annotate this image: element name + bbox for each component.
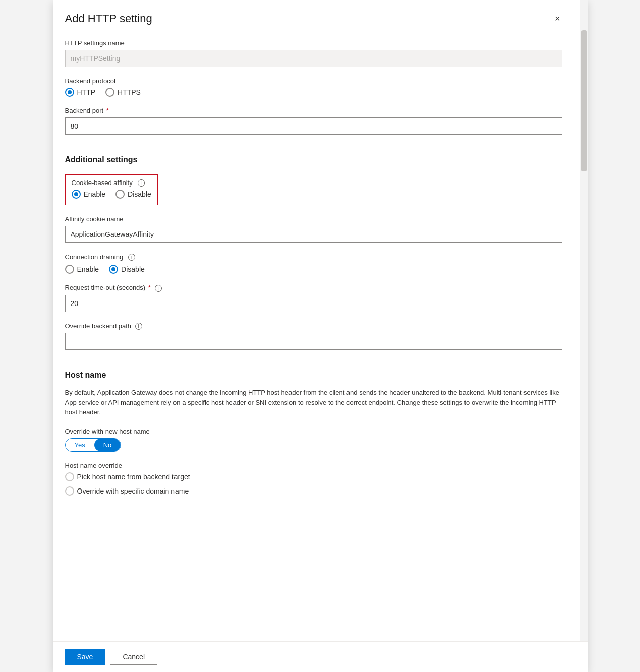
hostname-override-radio-group: Pick host name from backend target Overr…: [65, 472, 562, 496]
request-timeout-label: Request time-out (seconds) * i: [65, 284, 562, 292]
dialog-footer: Save Cancel: [53, 641, 588, 672]
connection-draining-label-row: Connection draining i: [65, 253, 562, 261]
affinity-enable-text: Enable: [84, 190, 106, 198]
pick-hostname-radio[interactable]: [65, 472, 74, 481]
backend-port-group: Backend port *: [65, 107, 562, 135]
override-domain-label[interactable]: Override with specific domain name: [65, 486, 189, 496]
close-button[interactable]: ×: [553, 12, 562, 25]
request-timeout-input[interactable]: [65, 295, 562, 312]
request-timeout-group: Request time-out (seconds) * i: [65, 284, 562, 312]
additional-settings-title: Additional settings: [65, 155, 562, 164]
backend-port-required: *: [106, 107, 109, 114]
hostname-override-label: Host name override: [65, 462, 562, 469]
connection-draining-label: Connection draining: [65, 253, 124, 261]
save-button[interactable]: Save: [65, 649, 105, 665]
connection-draining-group: Connection draining i Enable Disable: [65, 253, 562, 274]
draining-disable-label[interactable]: Disable: [109, 265, 145, 274]
request-timeout-required: *: [148, 284, 151, 291]
protocol-https-text: HTTPS: [118, 88, 141, 96]
add-http-setting-dialog: Add HTTP setting × HTTP settings name Ba…: [53, 0, 588, 672]
hostname-override-group: Host name override Pick host name from b…: [65, 462, 562, 496]
backend-protocol-group: Backend protocol HTTP HTTPS: [65, 77, 562, 97]
backend-port-input[interactable]: [65, 117, 562, 135]
draining-disable-radio[interactable]: [109, 265, 118, 274]
divider-2: [65, 360, 562, 360]
override-backend-path-input[interactable]: [65, 333, 562, 350]
scrollbar-thumb[interactable]: [581, 30, 587, 171]
host-name-section-title: Host name: [65, 371, 562, 380]
affinity-disable-label[interactable]: Disable: [115, 190, 151, 199]
draining-enable-radio[interactable]: [65, 265, 74, 274]
protocol-http-radio[interactable]: [65, 88, 74, 97]
protocol-https-radio[interactable]: [105, 88, 114, 97]
request-timeout-info-icon: i: [155, 285, 162, 292]
protocol-https-label[interactable]: HTTPS: [105, 88, 141, 97]
protocol-http-text: HTTP: [77, 88, 96, 96]
override-domain-radio[interactable]: [65, 486, 74, 496]
toggle-no-button[interactable]: No: [94, 439, 121, 451]
dialog-header: Add HTTP setting ×: [65, 12, 562, 25]
backend-protocol-radio-group: HTTP HTTPS: [65, 88, 562, 97]
override-new-hostname-label: Override with new host name: [65, 427, 562, 435]
cookie-affinity-label: Cookie-based affinity: [72, 179, 133, 187]
override-backend-path-info-icon: i: [135, 323, 142, 330]
http-settings-name-group: HTTP settings name: [65, 39, 562, 67]
cookie-affinity-info-icon: i: [138, 179, 145, 187]
http-settings-name-label: HTTP settings name: [65, 39, 562, 47]
protocol-http-label[interactable]: HTTP: [65, 88, 96, 97]
affinity-cookie-name-input[interactable]: [65, 226, 562, 243]
override-new-hostname-group: Override with new host name Yes No: [65, 427, 562, 452]
dialog-title: Add HTTP setting: [65, 12, 152, 25]
toggle-yes-button[interactable]: Yes: [66, 439, 94, 451]
host-name-group: Host name By default, Application Gatewa…: [65, 371, 562, 496]
backend-protocol-label: Backend protocol: [65, 77, 562, 85]
override-domain-text: Override with specific domain name: [77, 487, 189, 495]
pick-hostname-label[interactable]: Pick host name from backend target: [65, 472, 190, 481]
affinity-disable-radio[interactable]: [115, 190, 125, 199]
override-hostname-toggle[interactable]: Yes No: [65, 438, 122, 452]
affinity-cookie-name-group: Affinity cookie name: [65, 215, 562, 243]
affinity-enable-label[interactable]: Enable: [72, 190, 106, 199]
cookie-affinity-label-row: Cookie-based affinity i: [72, 179, 151, 187]
override-backend-path-label: Override backend path i: [65, 322, 562, 330]
backend-port-label: Backend port *: [65, 107, 562, 114]
cancel-button[interactable]: Cancel: [110, 649, 157, 665]
affinity-cookie-name-label: Affinity cookie name: [65, 215, 562, 223]
affinity-disable-text: Disable: [128, 190, 151, 198]
connection-draining-radio-group: Enable Disable: [65, 265, 562, 274]
host-name-description: By default, Application Gateway does not…: [65, 388, 562, 417]
draining-enable-text: Enable: [77, 265, 99, 273]
affinity-enable-radio[interactable]: [72, 190, 81, 199]
cookie-affinity-radio-group: Enable Disable: [72, 190, 151, 199]
connection-draining-info-icon: i: [128, 254, 135, 261]
http-settings-name-input[interactable]: [65, 50, 562, 67]
pick-hostname-text: Pick host name from backend target: [77, 473, 190, 481]
draining-disable-text: Disable: [121, 265, 145, 273]
scrollbar[interactable]: [580, 0, 588, 672]
cookie-affinity-box: Cookie-based affinity i Enable Disable: [65, 174, 158, 205]
divider-1: [65, 145, 562, 145]
override-backend-path-group: Override backend path i: [65, 322, 562, 350]
draining-enable-label[interactable]: Enable: [65, 265, 99, 274]
additional-settings-group: Additional settings Cookie-based affinit…: [65, 155, 562, 205]
